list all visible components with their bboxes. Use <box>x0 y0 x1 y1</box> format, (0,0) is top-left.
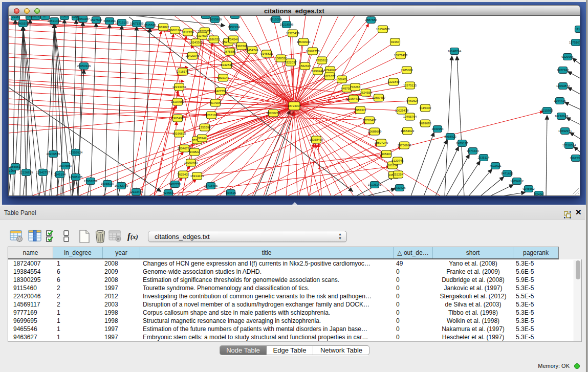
svg-text:3915: 3915 <box>12 16 19 18</box>
svg-text:16648764: 16648764 <box>448 50 462 53</box>
svg-text:20364436: 20364436 <box>347 97 361 100</box>
svg-text:20691406: 20691406 <box>48 19 61 23</box>
svg-text:1562615: 1562615 <box>299 64 311 68</box>
svg-text:9329966: 9329966 <box>561 55 574 58</box>
svg-text:8813054: 8813054 <box>270 18 282 21</box>
svg-text:6794028: 6794028 <box>324 69 336 72</box>
svg-text:7515526: 7515526 <box>144 24 156 27</box>
svg-text:9227342: 9227342 <box>557 69 569 72</box>
svg-text:6120746: 6120746 <box>391 159 404 162</box>
svg-text:7955812: 7955812 <box>316 59 328 62</box>
svg-text:10688609: 10688609 <box>368 130 382 133</box>
svg-text:10654112: 10654112 <box>510 180 524 183</box>
svg-text:10973493: 10973493 <box>394 54 408 57</box>
svg-text:16033809: 16033809 <box>208 18 222 21</box>
svg-text:3875685: 3875685 <box>224 50 236 53</box>
svg-text:12942757: 12942757 <box>36 171 50 174</box>
svg-text:6990448: 6990448 <box>312 70 324 73</box>
svg-text:19692971: 19692971 <box>558 129 572 133</box>
svg-text:2935114: 2935114 <box>478 156 490 159</box>
svg-text:8215933: 8215933 <box>541 109 553 112</box>
svg-text:14136141: 14136141 <box>368 183 382 186</box>
svg-text:18640910: 18640910 <box>297 40 311 43</box>
svg-text:1065: 1065 <box>61 16 68 18</box>
svg-text:20206555: 20206555 <box>47 152 60 156</box>
svg-text:746266: 746266 <box>350 85 361 89</box>
svg-text:3267130: 3267130 <box>205 114 217 117</box>
svg-text:73572: 73572 <box>231 16 239 17</box>
svg-text:1733426: 1733426 <box>394 186 406 189</box>
svg-text:754546: 754546 <box>228 38 239 41</box>
svg-text:12505135: 12505135 <box>69 176 83 179</box>
svg-text:16914479: 16914479 <box>190 174 204 178</box>
svg-text:8454749: 8454749 <box>246 49 258 52</box>
svg-text:17957253: 17957253 <box>84 180 98 183</box>
svg-text:6466160: 6466160 <box>103 19 116 23</box>
svg-text:82456: 82456 <box>535 193 543 196</box>
svg-text:9463627: 9463627 <box>406 99 419 102</box>
svg-text:19756928: 19756928 <box>398 144 411 147</box>
svg-text:9146821: 9146821 <box>260 52 273 55</box>
svg-text:1527602: 1527602 <box>90 18 102 21</box>
svg-text:10653287: 10653287 <box>76 17 90 20</box>
svg-text:9457771: 9457771 <box>169 183 181 186</box>
svg-text:18807249: 18807249 <box>375 141 388 144</box>
svg-text:252254: 252254 <box>393 173 404 176</box>
svg-text:10958107: 10958107 <box>101 182 115 185</box>
svg-text:8912954: 8912954 <box>182 31 194 34</box>
svg-text:7357224: 7357224 <box>228 26 240 29</box>
svg-text:9699695: 9699695 <box>419 122 431 125</box>
svg-text:10671355: 10671355 <box>130 22 144 25</box>
svg-text:8427552: 8427552 <box>214 90 227 93</box>
svg-text:1145194: 1145194 <box>54 173 67 176</box>
svg-text:19495764: 19495764 <box>403 115 417 118</box>
svg-text:104515: 104515 <box>226 191 236 194</box>
svg-text:10719155: 10719155 <box>115 21 129 24</box>
svg-text:1353594: 1353594 <box>199 126 211 129</box>
svg-text:7986372: 7986372 <box>354 108 366 112</box>
svg-text:9960124: 9960124 <box>169 29 181 32</box>
svg-text:11325419: 11325419 <box>286 32 300 35</box>
svg-text:16154808: 16154808 <box>376 28 390 31</box>
svg-text:2718176: 2718176 <box>177 70 189 73</box>
svg-text:1588520: 1588520 <box>275 57 287 60</box>
svg-text:1640954: 1640954 <box>431 127 444 130</box>
svg-text:16099489: 16099489 <box>184 161 198 164</box>
svg-text:1965493: 1965493 <box>171 117 184 120</box>
svg-text:19358454: 19358454 <box>310 138 323 141</box>
svg-text:11170: 11170 <box>575 28 580 31</box>
svg-text:417006: 417006 <box>210 101 221 104</box>
svg-text:23420046: 23420046 <box>186 54 200 57</box>
svg-text:2367608: 2367608 <box>235 45 248 48</box>
svg-text:16961758: 16961758 <box>306 50 320 53</box>
svg-text:7625402: 7625402 <box>177 173 189 176</box>
svg-text:19166825: 19166825 <box>172 132 186 135</box>
svg-text:12213363: 12213363 <box>172 85 186 89</box>
svg-text:15720407: 15720407 <box>363 119 377 122</box>
svg-text:19218596: 19218596 <box>280 23 294 26</box>
svg-text:12923446: 12923446 <box>129 190 143 193</box>
svg-text:160338: 160338 <box>201 16 211 17</box>
svg-text:19654923: 19654923 <box>401 129 415 133</box>
svg-text:60645: 60645 <box>338 78 346 81</box>
svg-text:7663822: 7663822 <box>157 26 169 29</box>
svg-text:10025438: 10025438 <box>395 109 409 112</box>
svg-text:8958923: 8958923 <box>444 135 456 138</box>
svg-text:93367: 93367 <box>391 40 400 43</box>
svg-text:8186323: 8186323 <box>208 38 220 41</box>
svg-text:29053346: 29053346 <box>77 64 91 68</box>
svg-text:2887682: 2887682 <box>365 18 377 21</box>
svg-text:38342: 38342 <box>198 137 207 140</box>
svg-text:17359924: 17359924 <box>69 151 83 154</box>
svg-text:985051: 985051 <box>10 165 21 168</box>
svg-text:8322037: 8322037 <box>285 61 297 64</box>
svg-text:1621072: 1621072 <box>323 75 336 78</box>
svg-text:15751074: 15751074 <box>569 41 580 44</box>
svg-text:1221849: 1221849 <box>387 80 400 83</box>
svg-text:949822: 949822 <box>189 150 200 154</box>
svg-text:908400: 908400 <box>381 152 392 156</box>
svg-text:25300263: 25300263 <box>267 112 280 115</box>
svg-text:6479197: 6479197 <box>456 142 468 145</box>
svg-text:924564: 924564 <box>163 191 174 194</box>
svg-text:16782759: 16782759 <box>115 184 128 187</box>
